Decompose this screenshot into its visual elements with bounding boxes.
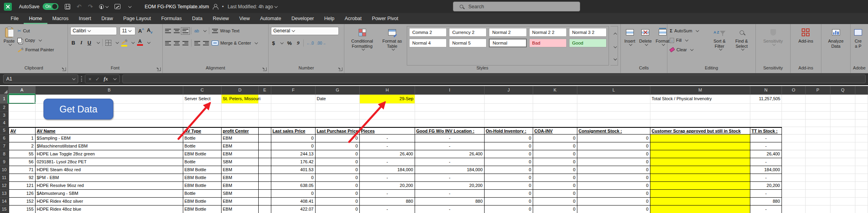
cell-A6[interactable]: 1	[9, 135, 36, 142]
cell-F7[interactable]: 0	[271, 142, 316, 150]
cell-M7[interactable]	[650, 142, 750, 150]
cell-B4[interactable]	[36, 120, 183, 127]
cell-partial-6[interactable]	[855, 135, 868, 142]
cell-A9[interactable]: 56	[9, 158, 36, 166]
cell-M11[interactable]	[650, 174, 750, 182]
cell-P2[interactable]	[806, 104, 830, 112]
cell-Q15[interactable]	[830, 206, 855, 213]
cell-K15[interactable]: 0	[533, 206, 577, 213]
cell-C11[interactable]: EBM Bottle	[183, 174, 222, 182]
cell-O9[interactable]	[782, 158, 806, 166]
row-header-6[interactable]: 6	[0, 135, 9, 142]
cell-J6[interactable]: 0	[485, 135, 533, 142]
cell-I14[interactable]: 880	[415, 198, 485, 206]
style-normal[interactable]: Normal	[489, 39, 526, 47]
cell-P7[interactable]	[806, 142, 830, 150]
cell-J14[interactable]: 0	[485, 198, 533, 206]
cell-L13[interactable]: 0	[577, 190, 650, 198]
cell-G5[interactable]: Last Purchase Price	[316, 127, 360, 135]
paste-button[interactable]: Paste	[2, 26, 16, 65]
cell-B13[interactable]: $Abmusterung - SBM	[36, 190, 183, 198]
cell-F10[interactable]: 401.53	[271, 166, 316, 174]
wrap-text-button[interactable]: Wrap Text	[212, 27, 239, 35]
merge-center-button[interactable]: Merge & Center	[212, 39, 257, 47]
cell-P4[interactable]	[806, 120, 830, 127]
cell-B6[interactable]: $Sampling - EBM	[36, 135, 183, 142]
cell-H15[interactable]: -	[360, 206, 415, 213]
cell-P6[interactable]	[806, 135, 830, 142]
cell-F14[interactable]: 408.41	[271, 198, 316, 206]
column-header-N[interactable]: N	[750, 86, 782, 95]
style-normal-2[interactable]: Normal 2	[489, 28, 526, 37]
cell-G14[interactable]: 0	[316, 198, 360, 206]
align-top-icon[interactable]	[165, 29, 171, 33]
cell-N15[interactable]: -	[750, 206, 782, 213]
cell-Q9[interactable]	[830, 158, 855, 166]
cell-E7[interactable]	[259, 142, 271, 150]
style-gallery-scroll[interactable]	[611, 26, 618, 65]
tab-file[interactable]: File	[6, 13, 24, 24]
cell-A10[interactable]: 71	[9, 166, 36, 174]
cell-J4[interactable]	[485, 120, 533, 127]
column-header-D[interactable]: D	[222, 86, 259, 95]
cell-F2[interactable]	[271, 104, 316, 112]
fill-button[interactable]: ↓Fill	[670, 36, 708, 44]
cell-G2[interactable]	[316, 104, 360, 112]
font-color-chevron-icon[interactable]	[147, 41, 150, 44]
cell-F11[interactable]: 0	[271, 174, 316, 182]
cell-D8[interactable]: EBM	[222, 150, 259, 158]
cell-L10[interactable]: 0	[577, 166, 650, 174]
font-dialog-launcher-icon[interactable]	[157, 67, 161, 71]
cell-I11[interactable]: -	[415, 174, 485, 182]
tab-insert[interactable]: Insert	[73, 13, 96, 24]
tab-review[interactable]: Review	[208, 13, 234, 24]
cell-D3[interactable]	[222, 112, 259, 120]
cell-N3[interactable]	[750, 112, 782, 120]
cell-E3[interactable]	[259, 112, 271, 120]
cell-G13[interactable]: 0	[316, 190, 360, 198]
row-header-11[interactable]: 11	[0, 174, 9, 182]
cell-Q12[interactable]	[830, 182, 855, 190]
row-header-15[interactable]: 15	[0, 206, 9, 213]
cell-K11[interactable]: 0	[533, 174, 577, 182]
cell-G4[interactable]	[316, 120, 360, 127]
tab-home[interactable]: Home	[24, 13, 47, 24]
cell-L2[interactable]	[577, 104, 650, 112]
cell-B15[interactable]: HDPE Ridex 48oz blue	[36, 206, 183, 213]
cell-B8[interactable]: HDPE Law Toggle 28oz green	[36, 150, 183, 158]
cell-N13[interactable]: -	[750, 190, 782, 198]
cancel-entry-icon[interactable]: ×	[88, 76, 92, 82]
cell-A13[interactable]: 126	[9, 190, 36, 198]
cell-J5[interactable]: On-Hold Inventory :	[485, 127, 533, 135]
cell-J9[interactable]: 0	[485, 158, 533, 166]
column-header-F[interactable]: F	[271, 86, 316, 95]
percent-style-button[interactable]: %	[286, 40, 293, 46]
cell-O4[interactable]	[782, 120, 806, 127]
cell-O14[interactable]	[782, 198, 806, 206]
cell-partial-4[interactable]	[855, 120, 868, 127]
cell-A12[interactable]: 121	[9, 182, 36, 190]
cell-A15[interactable]: 155	[9, 206, 36, 213]
cell-I6[interactable]: -	[415, 135, 485, 142]
cell-F9[interactable]: 176.42	[271, 158, 316, 166]
cell-L6[interactable]: 0	[577, 135, 650, 142]
cell-Q10[interactable]	[830, 166, 855, 174]
cell-P12[interactable]	[806, 182, 830, 190]
column-header-H[interactable]: H	[360, 86, 415, 95]
align-middle-icon[interactable]	[174, 29, 180, 33]
column-header-P[interactable]: P	[806, 86, 830, 95]
cell-I5[interactable]: Good FG W/o INV Location :	[415, 127, 485, 135]
cell-O12[interactable]	[782, 182, 806, 190]
gallery-up-icon[interactable]	[613, 32, 616, 36]
format-painter-button[interactable]: Format Painter	[17, 46, 54, 54]
cell-B5[interactable]: AV Name	[36, 127, 183, 135]
row-header-9[interactable]: 9	[0, 158, 9, 166]
cell-G15[interactable]: 0	[316, 206, 360, 213]
tab-formulas[interactable]: Formulas	[156, 13, 187, 24]
cell-K1[interactable]	[533, 95, 577, 104]
style-normal-2-2[interactable]: Normal 2 2	[529, 28, 567, 37]
cell-D13[interactable]: SBM	[222, 190, 259, 198]
cell-C10[interactable]: EBM Bottle	[183, 166, 222, 174]
cell-partial-1[interactable]	[855, 95, 868, 104]
cell-M10[interactable]	[650, 166, 750, 174]
